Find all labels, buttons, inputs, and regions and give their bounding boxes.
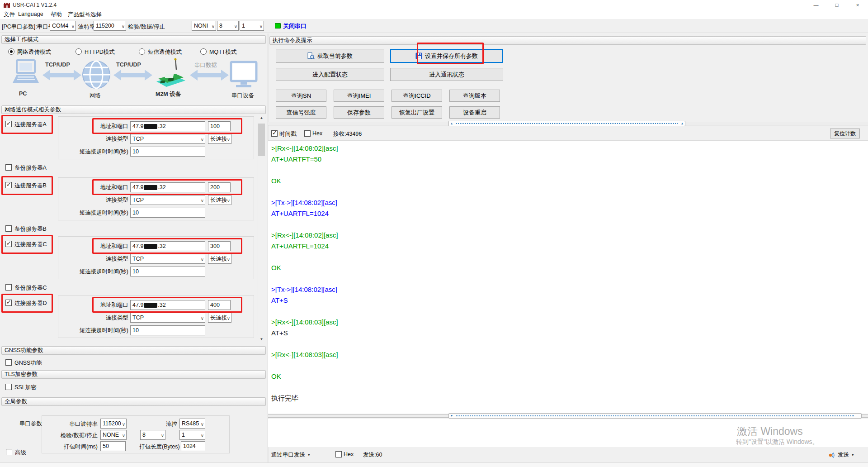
server-address-input[interactable]: 47.9.32: [130, 241, 205, 251]
check-icon: ✓: [6, 240, 11, 247]
query-version-button[interactable]: 查询版本: [449, 90, 500, 102]
log-splitter-handle[interactable]: ▴ ▴: [448, 121, 685, 126]
log-line: OK: [268, 176, 868, 186]
radio-sms-transparent-label: 短信透传模式: [148, 48, 182, 56]
server-port-input[interactable]: 300: [208, 241, 231, 251]
radio-mqtt-mode[interactable]: [200, 48, 207, 55]
reset-count-button[interactable]: 复位计数: [830, 129, 860, 138]
scrollbar-up-icon[interactable]: ▲: [258, 114, 265, 122]
data-bits-select[interactable]: 8∨: [217, 21, 239, 31]
keep-alive-mode-select[interactable]: 长连接∨: [208, 134, 231, 144]
pack-length-input[interactable]: 1024: [181, 441, 205, 451]
connection-type-select[interactable]: TCP∨: [130, 134, 205, 144]
close-button[interactable]: ×: [847, 0, 868, 10]
enter-comm-state-button[interactable]: 进入通讯状态: [390, 68, 503, 81]
save-params-button[interactable]: 保存参数: [334, 106, 384, 119]
server-port-input[interactable]: 200: [208, 182, 231, 192]
server-address-input[interactable]: 47.9.32: [130, 300, 205, 310]
short-conn-timeout-input[interactable]: 10: [130, 208, 205, 218]
log-hex-checkbox[interactable]: ✓: [304, 130, 311, 137]
query-imei-button[interactable]: 查询IMEI: [334, 90, 384, 102]
menu-file[interactable]: 文件: [2, 11, 17, 19]
reboot-device-button[interactable]: 设备重启: [449, 106, 500, 119]
connection-type-select[interactable]: TCP∨: [130, 195, 205, 205]
query-signal-button[interactable]: 查信号强度: [276, 106, 326, 119]
keep-alive-mode-select[interactable]: 长连接∨: [208, 254, 231, 264]
flow-control-select[interactable]: RS485∨: [179, 419, 205, 429]
connection-type-select[interactable]: TCP∨: [130, 254, 205, 264]
advanced-checkbox[interactable]: ✓: [6, 449, 12, 455]
window-title: USR-CAT1 V1.2.4: [13, 2, 57, 8]
menu-help[interactable]: 帮助: [49, 11, 64, 19]
connect-server-checkbox[interactable]: ✓: [5, 121, 12, 127]
com-port-select[interactable]: COM4∨: [50, 21, 76, 31]
log-area[interactable]: >[Rx<-][14:08:02][asc]AT+UARTFT=50OK>[Tx…: [268, 140, 868, 414]
pack-time-input[interactable]: 50: [100, 441, 126, 451]
log-line: [268, 186, 868, 197]
send-splitter-handle[interactable]: ▾: [448, 413, 862, 419]
scrollbar-thumb[interactable]: [258, 124, 265, 156]
global-parity-select[interactable]: NONE∨: [100, 430, 127, 440]
backup-server-checkbox[interactable]: ✓: [5, 164, 12, 171]
short-conn-timeout-input[interactable]: 10: [130, 147, 205, 157]
backup-server-checkbox[interactable]: ✓: [5, 284, 12, 291]
keep-alive-mode-select[interactable]: 长连接∨: [208, 195, 231, 205]
gnss-enable-checkbox[interactable]: ✓: [5, 359, 12, 366]
ssl-enable-checkbox[interactable]: ✓: [5, 384, 12, 390]
menu-language[interactable]: Language: [16, 11, 45, 17]
radio-httpd-mode[interactable]: [75, 48, 82, 55]
get-current-params-button[interactable]: 获取当前参数: [276, 49, 384, 63]
log-line: [268, 360, 868, 371]
baud-select[interactable]: 115200∨: [94, 21, 126, 31]
address-port-label: 地址和端口: [72, 301, 128, 309]
chevron-down-icon: ∨: [234, 22, 237, 31]
serial-open-indicator-icon: [275, 23, 281, 29]
enter-config-state-button[interactable]: 进入配置状态: [276, 68, 384, 81]
radio-mqtt-label: MQTT模式: [209, 48, 236, 56]
global-baud-label: 串口波特率: [59, 420, 98, 428]
toolbar-separator: [314, 20, 314, 32]
maximize-button[interactable]: □: [826, 0, 847, 10]
chevron-down-icon: ∨: [227, 135, 230, 144]
short-conn-timeout-input[interactable]: 10: [130, 325, 205, 335]
radio-net-transparent-mode[interactable]: [8, 48, 14, 55]
menu-product-model[interactable]: 产品型号选择: [66, 11, 104, 19]
connect-server-checkbox[interactable]: ✓: [5, 182, 12, 188]
log-line: >[Rx<-][14:08:02][asc]: [268, 230, 868, 241]
query-sn-button[interactable]: 查询SN: [276, 90, 326, 102]
pc-laptop-icon: [10, 59, 42, 88]
global-data-bits-select[interactable]: 8∨: [140, 430, 165, 440]
backup-server-label: 备份服务器A: [14, 164, 47, 172]
global-baud-select[interactable]: 115200∨: [100, 419, 127, 429]
recv-count: 接收:43496: [333, 130, 362, 138]
factory-reset-button[interactable]: 恢复出厂设置: [392, 106, 442, 119]
timestamp-checkbox[interactable]: ✓: [271, 130, 278, 137]
send-hex-checkbox[interactable]: ✓: [335, 451, 342, 457]
server-port-input[interactable]: 100: [208, 121, 231, 131]
log-line: OK: [268, 371, 868, 382]
set-save-all-params-button[interactable]: 设置并保存所有参数: [390, 49, 503, 63]
backup-server-checkbox[interactable]: ✓: [5, 225, 12, 232]
redacted-text: [144, 303, 157, 308]
log-line: >[Rx<-][14:08:02][asc]: [268, 143, 868, 154]
scrollbar-down-icon[interactable]: ▼: [258, 335, 265, 343]
server-port-input[interactable]: 400: [208, 300, 231, 310]
minimize-button[interactable]: —: [806, 0, 826, 10]
query-iccid-button[interactable]: 查询ICCID: [392, 90, 442, 102]
radio-sms-transparent-mode[interactable]: [139, 48, 145, 55]
connect-server-checkbox[interactable]: ✓: [5, 300, 12, 306]
connection-type-select[interactable]: TCP∨: [130, 313, 205, 323]
server-address-input[interactable]: 47.9.32: [130, 182, 205, 192]
short-conn-timeout-input[interactable]: 10: [130, 267, 205, 276]
stop-bits-select[interactable]: 1∨: [240, 21, 264, 31]
send-button[interactable]: 发送 ▾: [828, 450, 854, 460]
chevron-down-icon: ∨: [227, 314, 230, 323]
send-via-serial-dropdown[interactable]: 通过串口发送 ▾: [271, 450, 310, 460]
connect-server-checkbox[interactable]: ✓: [5, 241, 12, 247]
close-serial-button[interactable]: 关闭串口: [283, 22, 307, 30]
parity-select[interactable]: NONI∨: [192, 21, 216, 31]
global-stop-bits-select[interactable]: 1∨: [179, 430, 205, 440]
server-address-input[interactable]: 47.9.32: [130, 121, 205, 131]
keep-alive-mode-select[interactable]: 长连接∨: [208, 313, 231, 323]
ssl-enable-label: SSL加密: [14, 384, 37, 391]
